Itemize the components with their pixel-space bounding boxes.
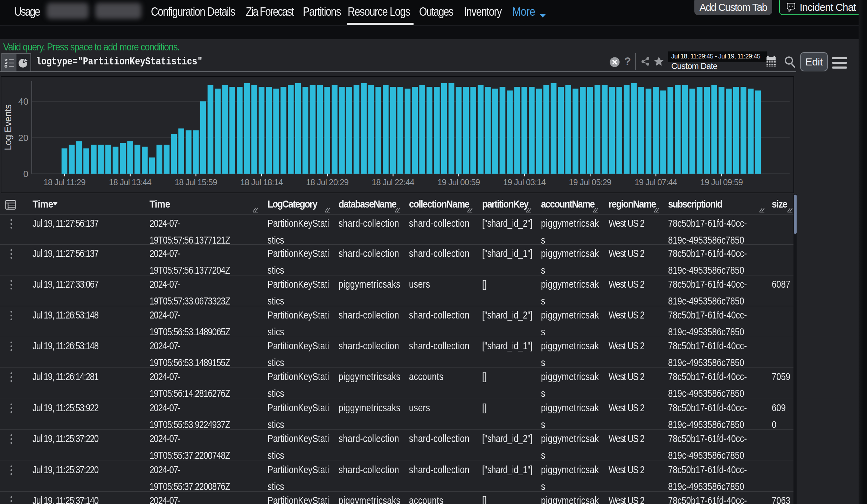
svg-text:Log Events: Log Events: [3, 104, 13, 150]
svg-text:19 Jul 00:59: 19 Jul 00:59: [437, 177, 480, 187]
svg-text:40: 40: [18, 96, 28, 107]
svg-text:18 Jul 18:14: 18 Jul 18:14: [240, 177, 283, 187]
svg-text:18 Jul 22:44: 18 Jul 22:44: [372, 177, 415, 187]
svg-text:0: 0: [23, 169, 28, 179]
svg-text:20: 20: [18, 133, 28, 143]
svg-text:18 Jul 15:59: 18 Jul 15:59: [175, 177, 217, 187]
svg-text:18 Jul 11:29: 18 Jul 11:29: [43, 177, 85, 187]
svg-text:19 Jul 05:29: 19 Jul 05:29: [569, 177, 612, 187]
svg-text:18 Jul 20:29: 18 Jul 20:29: [306, 177, 349, 187]
svg-text:19 Jul 09:59: 19 Jul 09:59: [700, 177, 743, 187]
svg-text:19 Jul 03:14: 19 Jul 03:14: [503, 177, 546, 187]
svg-text:18 Jul 13:44: 18 Jul 13:44: [109, 177, 152, 187]
svg-text:19 Jul 07:44: 19 Jul 07:44: [634, 177, 677, 187]
